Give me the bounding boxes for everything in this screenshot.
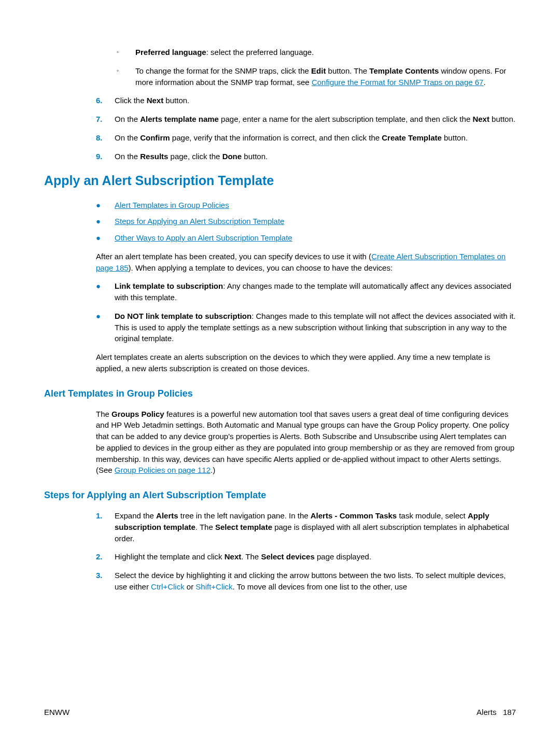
bold-text: Groups Policy [111, 410, 164, 418]
plain-text: . To move all devices from one list to t… [233, 582, 408, 591]
plain-text: page, click the [168, 152, 222, 161]
list-text: To change the format for the SNMP traps,… [135, 65, 516, 88]
plain-text: features is a powerful new automation to… [96, 410, 514, 475]
footer-page-number: 187 [503, 708, 516, 716]
list-text: Highlight the template and click Next. T… [115, 551, 516, 563]
plain-text: Expand the [115, 511, 156, 520]
step-item: 3. Select the device by highlighting it … [96, 570, 516, 593]
plain-text: Click the [115, 96, 147, 105]
list-text: Click the Next button. [115, 95, 516, 106]
bold-text: Confirm [140, 133, 170, 142]
bold-text: Next [147, 96, 164, 105]
plain-text: page, enter a name for the alert subscri… [219, 115, 472, 123]
plain-text: button. [442, 133, 468, 142]
step-number: 6. [96, 95, 115, 106]
plain-text: On the [115, 115, 140, 123]
step-number: 9. [96, 151, 115, 162]
body-paragraph: After an alert template has been created… [96, 251, 516, 274]
bullet-item: ● Other Ways to Apply an Alert Subscript… [96, 232, 516, 244]
bullet-item: ● Link template to subscription: Any cha… [96, 280, 516, 303]
plain-text: To change the format for the SNMP traps,… [135, 66, 311, 75]
bullet-item: ● Steps for Applying an Alert Subscripti… [96, 216, 516, 227]
bold-text: Template Contents [369, 66, 439, 75]
cross-ref-link[interactable]: Group Policies on page 112 [115, 466, 211, 474]
list-text: Select the device by highlighting it and… [115, 570, 516, 593]
sub-bullet-item: ◦ Preferred language: select the preferr… [117, 47, 516, 58]
plain-text: button. [242, 152, 268, 161]
options-list: ● Link template to subscription: Any cha… [96, 280, 516, 344]
bold-text: Link template to subscription [115, 282, 223, 290]
bullet-icon: ● [96, 311, 115, 344]
bold-text: Results [140, 152, 168, 161]
plain-text: ). When applying a template to devices, … [129, 263, 393, 272]
bullet-icon: ● [96, 280, 115, 303]
bullet-icon: ● [96, 200, 115, 211]
bullet-item: ● Do NOT link template to subscription: … [96, 311, 516, 344]
keyboard-shortcut: Shift+Click [195, 582, 232, 591]
page-footer: ENWW Alerts 187 [44, 707, 516, 718]
bold-text: Do NOT link template to subscription [115, 312, 251, 320]
plain-text: . The [241, 552, 261, 561]
step-number: 2. [96, 551, 115, 563]
bold-text: Next [472, 115, 489, 123]
toc-link[interactable]: Other Ways to Apply an Alert Subscriptio… [115, 233, 292, 242]
list-text: On the Results page, click the Done butt… [115, 151, 516, 162]
list-text: Expand the Alerts tree in the left navig… [115, 510, 516, 544]
bold-text: Alerts [156, 511, 178, 520]
plain-text: : select the preferred language. [206, 48, 314, 57]
footer-section-label: Alerts [477, 708, 496, 716]
plain-text: On the [115, 152, 140, 161]
footer-right: Alerts 187 [477, 707, 516, 718]
bullet-icon: ● [96, 232, 115, 244]
subsection-heading: Steps for Applying an Alert Subscription… [44, 488, 516, 502]
link-bullet-list: ● Alert Templates in Group Policies ● St… [96, 200, 516, 244]
plain-text: or [185, 582, 196, 591]
step-item: 1. Expand the Alerts tree in the left na… [96, 510, 516, 544]
step-number: 7. [96, 114, 115, 125]
step-number: 1. [96, 510, 115, 544]
bold-text: Alerts template name [140, 115, 219, 123]
step-item: 6. Click the Next button. [96, 95, 516, 106]
steps-list: 1. Expand the Alerts tree in the left na… [96, 510, 516, 593]
circle-bullet-icon: ◦ [117, 47, 135, 58]
plain-text: . The [195, 523, 215, 531]
nested-list: ◦ Preferred language: select the preferr… [117, 47, 516, 88]
bold-text: Alerts - Common Tasks [311, 511, 397, 520]
step-item: 7. On the Alerts template name page, ent… [96, 114, 516, 125]
step-item: 2. Highlight the template and click Next… [96, 551, 516, 563]
bold-text: Preferred language [135, 48, 206, 57]
bullet-item: ● Alert Templates in Group Policies [96, 200, 516, 211]
plain-text: . [483, 78, 485, 87]
toc-link[interactable]: Steps for Applying an Alert Subscription… [115, 217, 284, 226]
plain-text: tree in the left navigation pane. In the [178, 511, 311, 520]
plain-text: task module, select [397, 511, 468, 520]
bold-text: Edit [311, 66, 326, 75]
section-heading: Apply an Alert Subscription Template [44, 171, 516, 190]
body-paragraph: Alert templates create an alerts subscri… [96, 352, 516, 374]
bold-text: Create Template [382, 133, 442, 142]
plain-text: button. [163, 96, 189, 105]
plain-text: page displayed. [315, 552, 371, 561]
list-text: On the Alerts template name page, enter … [115, 114, 516, 125]
list-text: Do NOT link template to subscription: Ch… [115, 311, 516, 344]
list-text: Preferred language: select the preferred… [135, 47, 516, 58]
bold-text: Select devices [261, 552, 314, 561]
list-text: Link template to subscription: Any chang… [115, 280, 516, 303]
plain-text: The [96, 410, 111, 418]
step-number: 8. [96, 132, 115, 144]
sub-bullet-item: ◦ To change the format for the SNMP trap… [117, 65, 516, 88]
numbered-list: 6. Click the Next button. 7. On the Aler… [96, 95, 516, 162]
bold-text: Next [225, 552, 242, 561]
subsection-heading: Alert Templates in Group Policies [44, 387, 516, 400]
keyboard-shortcut: Ctrl+Click [151, 582, 185, 591]
bold-text: Done [222, 152, 242, 161]
body-paragraph: The Groups Policy features is a powerful… [96, 409, 516, 476]
page-body: ◦ Preferred language: select the preferr… [0, 0, 560, 631]
plain-text: button. [489, 115, 515, 123]
plain-text: button. The [326, 66, 369, 75]
cross-ref-link[interactable]: Configure the Format for SNMP Traps on p… [312, 78, 484, 87]
toc-link[interactable]: Alert Templates in Group Policies [115, 201, 229, 209]
plain-text: page, verify that the information is cor… [170, 133, 382, 142]
footer-left-label: ENWW [44, 707, 69, 718]
list-text: On the Confirm page, verify that the inf… [115, 132, 516, 144]
